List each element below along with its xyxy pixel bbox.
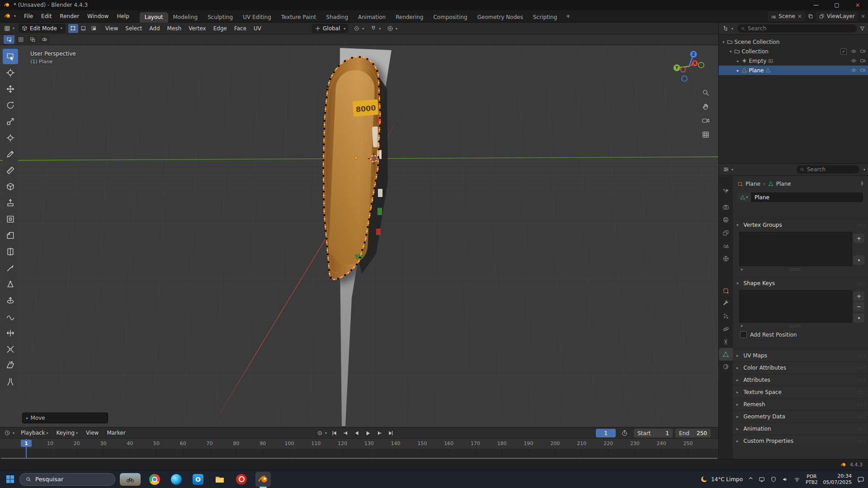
properties-tab-modifiers[interactable]	[719, 297, 733, 310]
list-filter-toggle[interactable]: ▸	[741, 267, 743, 272]
tool-add-cube[interactable]	[3, 179, 18, 194]
tool-extrude-region[interactable]	[3, 195, 18, 211]
properties-tab-render[interactable]	[719, 201, 733, 213]
properties-tab-data[interactable]	[719, 348, 733, 361]
outliner-filter-button[interactable]	[859, 26, 865, 32]
panel-vertex-groups-header[interactable]: ▾Vertex Groups ::::	[733, 219, 868, 230]
auto-keying-caret[interactable]: ▾	[325, 431, 327, 435]
close-button[interactable]: ✕	[847, 0, 868, 10]
viewport-menu-vertex[interactable]: Vertex	[185, 23, 210, 34]
play-reverse-button[interactable]	[353, 429, 361, 437]
tool-loop-cut[interactable]	[3, 244, 18, 259]
select-mode-new-button[interactable]	[4, 35, 14, 44]
pin-icon[interactable]	[859, 181, 865, 187]
minimize-button[interactable]: —	[806, 0, 826, 10]
topbar-menu-file[interactable]: File	[20, 10, 37, 23]
properties-tab-material[interactable]	[719, 360, 733, 373]
shape-keys-list[interactable]	[739, 290, 852, 323]
gizmo-y-neg-axis[interactable]	[698, 62, 704, 68]
list-resize-grip[interactable]: ::::::	[789, 323, 801, 328]
panel-attributes-header[interactable]: ▸Attributes::::	[733, 374, 868, 385]
panel-grip[interactable]: ::::	[857, 413, 866, 419]
tool-knife[interactable]	[3, 260, 18, 276]
tool-select-box[interactable]	[3, 49, 18, 64]
play-button[interactable]	[364, 429, 372, 437]
properties-editor-type-button[interactable]: ▾	[722, 166, 735, 173]
outliner-editor-type-button[interactable]: ▾	[722, 25, 735, 32]
snap-dropdown[interactable]: ▾	[369, 25, 382, 32]
panel-grip[interactable]: ::::	[857, 389, 866, 395]
start-frame-field[interactable]: Start 1	[634, 429, 673, 437]
list-resize-grip[interactable]: ::::::	[789, 267, 801, 272]
workspace-tab-scripting[interactable]: Scripting	[528, 12, 562, 23]
properties-tab-object[interactable]	[719, 284, 733, 297]
orientation-dropdown[interactable]: Global▾	[312, 24, 349, 33]
zoom-icon[interactable]	[702, 89, 710, 97]
workspace-tab-texture-paint[interactable]: Texture Paint	[276, 12, 321, 23]
outliner-row-plane[interactable]: ▸ Plane	[719, 66, 868, 75]
tool-move[interactable]	[3, 81, 18, 97]
properties-tab-world[interactable]	[719, 252, 733, 265]
tool-spin[interactable]	[3, 293, 18, 308]
mode-dropdown[interactable]: Edit Mode▾	[19, 24, 66, 33]
panel-grip[interactable]: ::::	[857, 365, 866, 371]
prev-keyframe-button[interactable]	[341, 429, 349, 437]
tool-measure[interactable]	[3, 163, 18, 178]
clock-widget[interactable]: 20:34 05/07/2025	[823, 473, 852, 486]
next-keyframe-button[interactable]	[375, 429, 383, 437]
security-tray-icon[interactable]	[770, 476, 777, 483]
viewport-3d[interactable]: 8000	[0, 45, 718, 427]
tool-inset-faces[interactable]	[3, 211, 18, 227]
tool-poly-build[interactable]	[3, 277, 18, 292]
timeline-menu-keying[interactable]: Keying▾	[52, 427, 82, 439]
properties-tab-tool[interactable]	[719, 185, 733, 197]
properties-tab-output[interactable]	[719, 213, 733, 226]
tool-cursor[interactable]	[3, 65, 18, 80]
add-workspace-button[interactable]: +	[562, 13, 574, 19]
properties-tab-particles[interactable]	[719, 310, 733, 322]
workspace-tab-uv-editing[interactable]: UV Editing	[238, 12, 276, 23]
tool-bevel[interactable]	[3, 228, 18, 243]
disable-render-icon[interactable]	[860, 58, 866, 64]
viewport-menu-edge[interactable]: Edge	[210, 23, 231, 34]
workspace-tab-sculpting[interactable]: Sculpting	[203, 12, 238, 23]
editor-type-button[interactable]: ▾	[3, 25, 16, 32]
taskbar-app-edge[interactable]	[169, 472, 184, 487]
playhead-frame-badge[interactable]: 1	[21, 440, 32, 447]
taskbar-app-outlook[interactable]: O	[190, 472, 206, 487]
outliner-row-scene-collection[interactable]: ▾ Scene Collection	[719, 37, 868, 47]
hide-eye-icon[interactable]	[851, 58, 857, 64]
hide-eye-icon[interactable]	[851, 67, 857, 73]
topbar-menu-render[interactable]: Render	[56, 10, 83, 23]
add-rest-position-checkbox[interactable]	[740, 331, 747, 338]
operator-panel[interactable]: ▸ Move	[22, 413, 108, 423]
taskbar-app-red[interactable]	[234, 472, 249, 487]
panel-grip[interactable]: ::::	[857, 401, 866, 407]
timeline-ruler[interactable]: 1020304050607080901001101201301401501601…	[0, 439, 718, 449]
viewlayer-selector[interactable]: ViewLayer	[816, 11, 858, 21]
topbar-menu-window[interactable]: Window	[83, 10, 113, 23]
panel-animation-header[interactable]: ▸Animation::::	[733, 422, 868, 434]
timeline-menu-playback[interactable]: Playback▾	[17, 427, 52, 439]
viewport-menu-select[interactable]: Select	[122, 23, 146, 34]
outliner-row-empty[interactable]: ▸ Empty	[719, 56, 868, 66]
panel-custom-properties-header[interactable]: ▸Custom Properties::::	[733, 435, 868, 446]
list-filter-toggle[interactable]: ▸	[741, 323, 743, 328]
taskbar-app-explorer[interactable]	[212, 472, 227, 487]
panel-grip[interactable]: ::::	[857, 352, 866, 358]
properties-tab-constraints[interactable]	[719, 335, 733, 348]
tool-annotate[interactable]	[3, 146, 18, 162]
current-frame-field[interactable]: 1	[596, 429, 616, 437]
panel-grip[interactable]: ::::	[857, 377, 866, 383]
search-highlight-widget[interactable]	[120, 473, 141, 486]
topbar-menu-edit[interactable]: Edit	[37, 10, 56, 23]
panel-grip[interactable]: ::::	[857, 438, 866, 444]
tool-rotate[interactable]	[3, 98, 18, 113]
mesh-name-field[interactable]: Plane	[751, 192, 863, 202]
mesh-datablock-button[interactable]: ▾	[737, 192, 751, 202]
weather-widget[interactable]: 14°C Limpo	[700, 475, 743, 483]
tool-rip-region[interactable]	[3, 374, 18, 389]
tray-expand-chevron[interactable]: ^	[748, 476, 753, 483]
vertex-groups-list[interactable]	[739, 232, 852, 266]
properties-tab-physics[interactable]	[719, 323, 733, 335]
